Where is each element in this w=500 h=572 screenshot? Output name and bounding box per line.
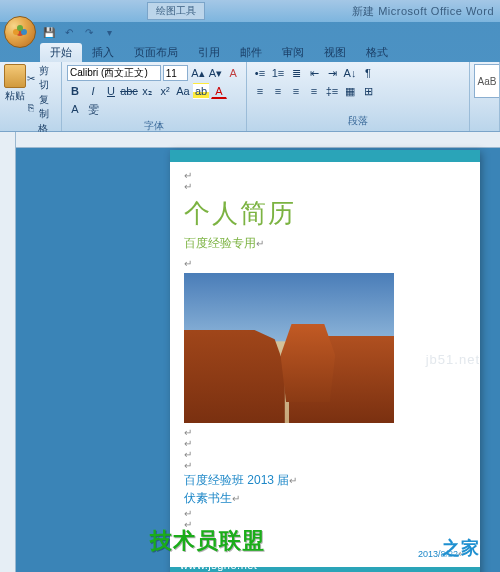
align-left-button[interactable]: ≡ [252,83,268,99]
underline-button[interactable]: U [103,83,119,99]
font-name-combo[interactable]: Calibri (西文正文) [67,65,161,81]
tab-view[interactable]: 视图 [314,43,356,62]
increase-indent-button[interactable]: ⇥ [324,65,340,81]
sort-button[interactable]: A↓ [342,65,358,81]
qat-dropdown-icon[interactable]: ▾ [102,25,116,39]
cut-label: 剪切 [39,64,57,92]
watermark-zj: 之家 [442,536,480,560]
paste-icon [4,64,26,88]
document-title[interactable]: 个人简历 [184,196,466,231]
tab-page-layout[interactable]: 页面布局 [124,43,188,62]
grow-font-button[interactable]: A▴ [190,65,206,81]
char-border-button[interactable]: A [67,101,83,117]
undo-icon[interactable]: ↶ [62,25,76,39]
document-area: ↵ ↵ 个人简历 百度经验专用↵ ↵ ↵ ↵ ↵ ↵ 百度经验班 2013 届↵… [0,132,500,572]
clipboard-group: 粘贴 ✂剪切 ⎘复制 🖌格式刷 剪贴板 [0,62,62,131]
font-color-button[interactable]: A [211,83,227,99]
horizontal-ruler[interactable] [16,132,500,148]
line2-text: 伏素书生 [184,491,232,505]
document-subtitle[interactable]: 百度经验专用↵ [184,235,466,252]
paragraph-mark: ↵ [184,181,466,192]
change-case-button[interactable]: Aa [175,83,191,99]
redo-icon[interactable]: ↷ [82,25,96,39]
tab-references[interactable]: 引用 [188,43,230,62]
shading-button[interactable]: ▦ [342,83,358,99]
align-center-button[interactable]: ≡ [270,83,286,99]
window-title: 新建 Microsoft Office Word [352,4,500,19]
paragraph-mark: ↵ [184,258,466,269]
multilevel-button[interactable]: ≣ [288,65,304,81]
cut-button[interactable]: ✂剪切 [26,64,57,92]
decrease-indent-button[interactable]: ⇤ [306,65,322,81]
paragraph-mark: ↵ [184,170,466,181]
paragraph-mark: ↵ [184,460,466,471]
styles-group: AaB [470,62,500,131]
superscript-button[interactable]: x² [157,83,173,99]
clear-format-button[interactable]: A [225,65,241,81]
phonetic-guide-button[interactable]: 雯 [85,101,101,117]
office-button[interactable] [4,16,36,48]
show-marks-button[interactable]: ¶ [360,65,376,81]
document-image[interactable] [184,273,394,423]
copy-label: 复制 [39,93,57,121]
tab-insert[interactable]: 插入 [82,43,124,62]
bullets-button[interactable]: •≡ [252,65,268,81]
font-group: Calibri (西文正文) 11 A▴ A▾ A B I U abc x₂ x… [62,62,247,131]
tab-home[interactable]: 开始 [40,43,82,62]
svg-point-3 [17,25,23,31]
document-line-2[interactable]: 伏素书生↵ [184,490,466,507]
scissors-icon: ✂ [26,72,37,84]
save-icon[interactable]: 💾 [42,25,56,39]
watermark-url: www.jsgho.net [180,559,257,571]
vertical-ruler[interactable] [0,132,16,572]
line1-text: 百度经验班 2013 届 [184,473,289,487]
justify-button[interactable]: ≡ [306,83,322,99]
paste-label: 粘贴 [5,89,25,103]
paragraph-mark: ↵ [184,427,466,438]
paragraph-mark: ↵ [184,508,466,519]
strike-button[interactable]: abc [121,83,137,99]
drawing-tools-label: 绘图工具 [147,2,205,20]
page-border-top [170,150,480,162]
subtitle-text: 百度经验专用 [184,236,256,250]
tab-format[interactable]: 格式 [356,43,398,62]
subscript-button[interactable]: x₂ [139,83,155,99]
document-line-1[interactable]: 百度经验班 2013 届↵ [184,472,466,489]
copy-icon: ⎘ [26,101,37,113]
paragraph-group: •≡ 1≡ ≣ ⇤ ⇥ A↓ ¶ ≡ ≡ ≡ ≡ ‡≡ ▦ ⊞ 段落 [247,62,470,131]
highlight-button[interactable]: ab [193,83,209,99]
align-right-button[interactable]: ≡ [288,83,304,99]
watermark-jb51: jb51.net [426,352,480,367]
bold-button[interactable]: B [67,83,83,99]
borders-button[interactable]: ⊞ [360,83,376,99]
ribbon-tabs: 开始 插入 页面布局 引用 邮件 审阅 视图 格式 [40,42,500,62]
paragraph-mark: ↵ [184,449,466,460]
numbering-button[interactable]: 1≡ [270,65,286,81]
italic-button[interactable]: I [85,83,101,99]
tab-review[interactable]: 审阅 [272,43,314,62]
watermark-jsy: 技术员联盟 [150,526,265,556]
copy-button[interactable]: ⎘复制 [26,93,57,121]
paragraph-mark: ↵ [184,438,466,449]
paragraph-group-label: 段落 [251,113,465,129]
style-sample[interactable]: AaB [474,64,500,98]
tab-mailings[interactable]: 邮件 [230,43,272,62]
font-size-combo[interactable]: 11 [163,65,188,81]
shrink-font-button[interactable]: A▾ [208,65,224,81]
line-spacing-button[interactable]: ‡≡ [324,83,340,99]
